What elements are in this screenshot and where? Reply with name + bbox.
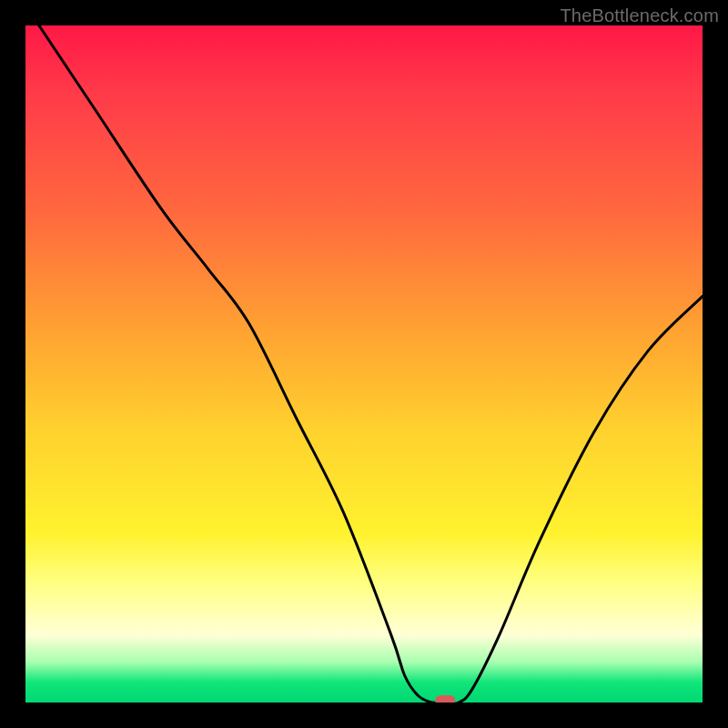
plot-area xyxy=(25,25,703,703)
bottleneck-curve xyxy=(25,25,703,703)
chart-frame: TheBottleneck.com xyxy=(0,0,728,728)
watermark-text: TheBottleneck.com xyxy=(560,5,719,26)
curve-path xyxy=(39,25,703,703)
min-marker xyxy=(435,695,455,703)
